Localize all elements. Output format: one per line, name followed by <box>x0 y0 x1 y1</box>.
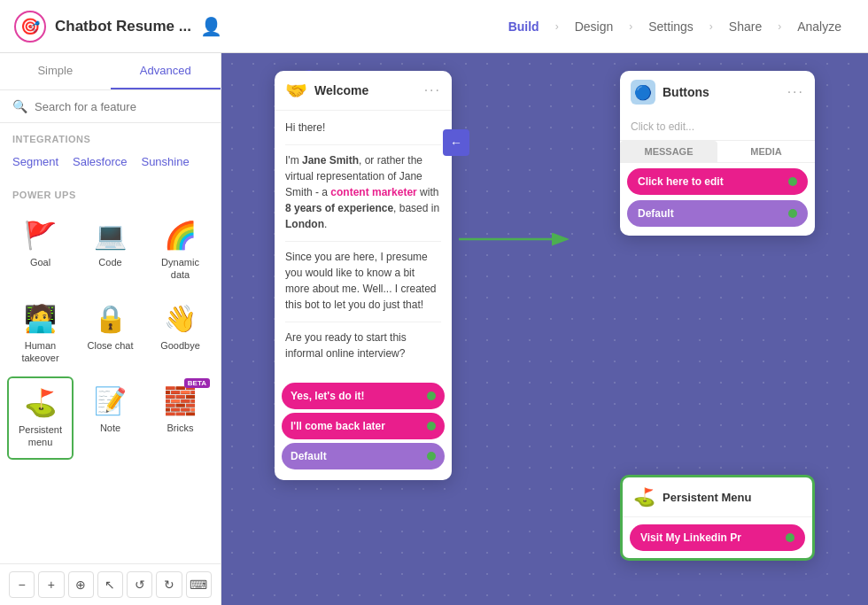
undo-button[interactable]: ↺ <box>127 571 152 598</box>
tab-settings[interactable]: Settings <box>636 14 706 39</box>
chat-divider-2 <box>285 241 441 242</box>
power-up-persistent-menu[interactable]: ⛳ Persistent menu <box>7 376 74 460</box>
search-input[interactable] <box>35 100 208 113</box>
canvas[interactable]: FREE! ← 🤝 Welcome ··· Hi there! I'm Jane… <box>221 53 868 605</box>
chat-choices: Yes, let's do it! I'll come back later D… <box>275 383 452 480</box>
buttons-card-icon: 🔵 <box>631 80 655 105</box>
integrations-section-title: INTEGRATIONS <box>0 123 221 150</box>
welcome-card[interactable]: 🤝 Welcome ··· Hi there! I'm Jane Smith, … <box>275 71 452 480</box>
buttons-tab-group: MESSAGE MEDIA <box>620 141 815 163</box>
linkedin-button-label: Visit My Linkedin Pr <box>640 531 741 544</box>
goodbye-label: Goodbye <box>160 339 200 352</box>
power-up-dynamic-data[interactable]: 🌈 Dynamic data <box>147 211 213 291</box>
main-layout: Simple Advanced 🔍 INTEGRATIONS Segment S… <box>0 53 868 605</box>
choice-default-dot <box>427 452 436 461</box>
default-button[interactable]: Default <box>627 200 808 227</box>
dynamic-data-icon: 🌈 <box>164 220 197 251</box>
select-button[interactable]: ↖ <box>97 571 123 598</box>
choice-default-label: Default <box>291 450 327 462</box>
linkedin-button-dot <box>786 533 794 542</box>
integration-segment[interactable]: Segment <box>12 155 58 168</box>
collapse-button[interactable]: ← <box>443 129 469 156</box>
power-ups-section-title: POWER UPS <box>0 179 221 206</box>
persistent-menu-icon: ⛳ <box>24 387 57 418</box>
connection-arrow <box>459 221 574 261</box>
choice-default[interactable]: Default <box>282 443 445 469</box>
goodbye-icon: 👋 <box>164 303 197 334</box>
choice-come-back-label: I'll come back later <box>291 420 385 432</box>
chat-divider-1 <box>285 144 441 145</box>
dynamic-data-label: Dynamic data <box>151 256 210 282</box>
tab-advanced[interactable]: Advanced <box>111 53 221 89</box>
search-icon: 🔍 <box>12 99 27 113</box>
persistent-card-title: Persistent Menu <box>663 491 751 504</box>
close-chat-label: Close chat <box>88 339 134 352</box>
logo-icon: 🎯 <box>14 11 46 43</box>
linkedin-button[interactable]: Visit My Linkedin Pr <box>630 524 805 551</box>
edit-button-label: Click here to edit <box>638 175 724 188</box>
chat-message-4: Are you ready to start this informal onl… <box>285 330 441 361</box>
choice-yes-dot <box>427 392 436 400</box>
power-up-goodbye[interactable]: 👋 Goodbye <box>147 294 213 374</box>
chevron-icon: › <box>778 20 781 33</box>
logo-area: 🎯 Chatbot Resume ... 👤 <box>14 11 478 43</box>
move-button[interactable]: ⊕ <box>68 571 94 598</box>
tab-media[interactable]: MEDIA <box>717 141 815 162</box>
tab-message[interactable]: MESSAGE <box>620 141 717 162</box>
default-button-label: Default <box>638 207 674 220</box>
power-up-code[interactable]: 💻 Code <box>77 211 143 291</box>
tab-design[interactable]: Design <box>562 14 626 39</box>
welcome-card-header: 🤝 Welcome ··· <box>275 71 452 111</box>
power-up-note[interactable]: 📝 Note <box>77 376 143 460</box>
human-takeover-label: Human takeover <box>11 339 70 365</box>
choice-come-back[interactable]: I'll come back later <box>282 413 445 439</box>
close-chat-icon: 🔒 <box>94 303 127 334</box>
persistent-card-header: ⛳ Persistent Menu <box>623 477 812 517</box>
integration-sunshine[interactable]: Sunshine <box>141 155 189 168</box>
chevron-icon: › <box>555 20 559 33</box>
code-label: Code <box>98 256 121 268</box>
tab-build[interactable]: Build <box>496 14 552 39</box>
buttons-card[interactable]: 🔵 Buttons ··· Click to edit... MESSAGE M… <box>620 71 815 236</box>
edit-button[interactable]: Click here to edit <box>627 168 808 195</box>
power-up-goal[interactable]: 🚩 Goal <box>7 211 74 291</box>
edit-button-dot <box>788 177 797 186</box>
tab-simple[interactable]: Simple <box>0 53 111 89</box>
zoom-in-button[interactable]: + <box>38 571 64 598</box>
note-label: Note <box>100 422 120 434</box>
choice-yes-label: Yes, let's do it! <box>291 390 365 402</box>
click-to-edit-placeholder[interactable]: Click to edit... <box>620 113 815 141</box>
search-bar: 🔍 <box>0 90 221 123</box>
chevron-icon: › <box>709 20 713 33</box>
power-up-close-chat[interactable]: 🔒 Close chat <box>77 294 143 374</box>
arrow-svg <box>459 221 574 257</box>
welcome-card-menu[interactable]: ··· <box>424 82 441 98</box>
user-icon[interactable]: 👤 <box>200 16 222 37</box>
chat-divider-3 <box>285 322 441 322</box>
code-icon: 💻 <box>94 220 127 251</box>
persistent-menu-card[interactable]: ⛳ Persistent Menu Visit My Linkedin Pr <box>620 475 815 561</box>
welcome-card-emoji: 🤝 <box>285 80 307 101</box>
power-ups-grid: 🚩 Goal 💻 Code 🌈 Dynamic data 🧑‍💻 Human t… <box>0 206 221 465</box>
integration-salesforce[interactable]: Salesforce <box>73 155 127 168</box>
chevron-icon: › <box>629 20 632 33</box>
buttons-card-header: 🔵 Buttons ··· <box>620 71 815 113</box>
sidebar-toolbar: − + ⊕ ↖ ↺ ↻ ⌨ <box>0 563 221 605</box>
sidebar-tab-group: Simple Advanced <box>0 53 221 90</box>
default-button-dot <box>788 209 797 218</box>
tab-share[interactable]: Share <box>717 14 774 39</box>
chat-message-1: Hi there! <box>285 120 441 136</box>
buttons-card-menu[interactable]: ··· <box>787 84 804 100</box>
zoom-out-button[interactable]: − <box>9 571 35 598</box>
chat-body: Hi there! I'm Jane Smith, or rather the … <box>275 111 452 379</box>
persistent-menu-label: Persistent menu <box>12 423 68 449</box>
redo-button[interactable]: ↻ <box>156 571 182 598</box>
choice-yes[interactable]: Yes, let's do it! <box>282 383 445 409</box>
chat-message-3: Since you are here, I presume you would … <box>285 249 441 313</box>
goal-label: Goal <box>30 256 50 268</box>
human-takeover-icon: 🧑‍💻 <box>24 303 57 334</box>
power-up-human-takeover[interactable]: 🧑‍💻 Human takeover <box>7 294 74 374</box>
tab-analyze[interactable]: Analyze <box>785 14 854 39</box>
keyboard-button[interactable]: ⌨ <box>186 571 212 598</box>
power-up-bricks[interactable]: BETA 🧱 Bricks <box>147 376 213 460</box>
